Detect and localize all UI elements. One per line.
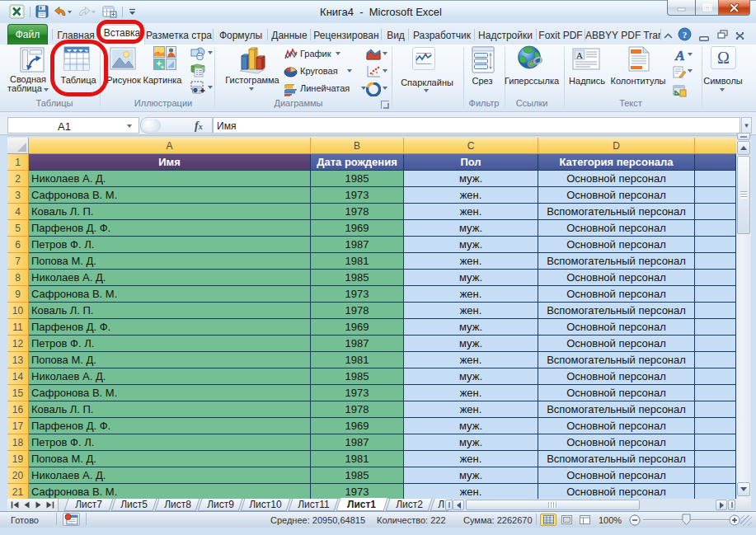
svg-text:A: A bbox=[674, 48, 684, 63]
svg-text:A: A bbox=[576, 50, 583, 60]
svg-text:?: ? bbox=[683, 30, 688, 40]
